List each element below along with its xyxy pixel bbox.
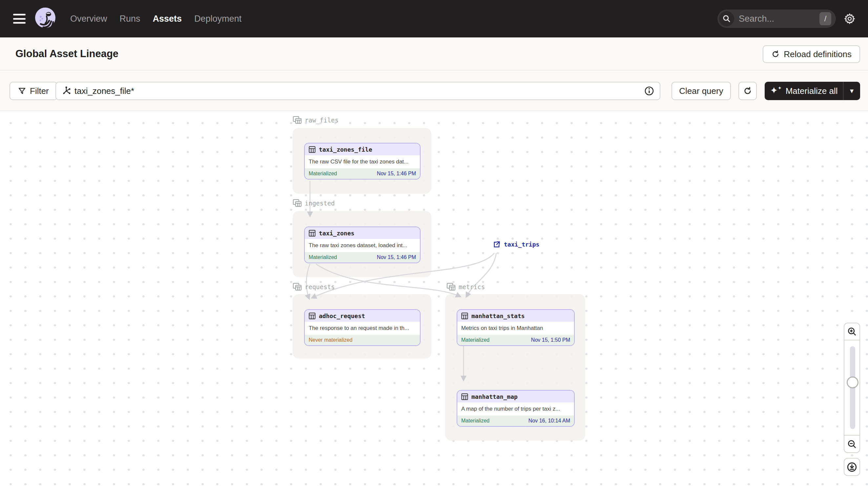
download-center-icon bbox=[847, 462, 857, 472]
status-badge: Materialized bbox=[309, 254, 337, 260]
zoom-in-icon bbox=[847, 327, 857, 337]
materialize-dropdown-button[interactable]: ▾ bbox=[843, 82, 860, 100]
tab-assets[interactable]: Assets bbox=[153, 14, 182, 24]
external-link-icon bbox=[493, 241, 501, 248]
asset-name: manhattan_stats bbox=[472, 312, 525, 319]
asset-node-taxi-zones[interactable]: taxi_zones The raw taxi zones dataset, l… bbox=[304, 226, 421, 263]
asset-node-header: taxi_zones bbox=[305, 227, 420, 239]
group-label-requests[interactable]: requests bbox=[293, 283, 335, 291]
asset-node-header: taxi_zones_file bbox=[305, 143, 420, 155]
refresh-graph-button[interactable] bbox=[739, 82, 757, 100]
table-icon bbox=[461, 312, 468, 319]
zoom-in-button[interactable] bbox=[844, 323, 860, 340]
asset-name: manhattan_map bbox=[472, 393, 518, 400]
recenter-graph-button[interactable] bbox=[844, 458, 860, 476]
group-name: raw_files bbox=[305, 117, 339, 124]
asset-name: adhoc_request bbox=[319, 312, 365, 319]
nav-right: / bbox=[718, 10, 868, 28]
menu-icon[interactable] bbox=[13, 14, 25, 24]
materialization-timestamp: Nov 16, 10:14 AM bbox=[529, 418, 570, 424]
asset-description: The raw CSV file for the taxi zones dat.… bbox=[305, 155, 420, 168]
tab-runs[interactable]: Runs bbox=[120, 14, 140, 24]
dagster-app: Overview Runs Assets Deployment / bbox=[0, 0, 868, 495]
zoom-out-button[interactable] bbox=[844, 435, 860, 453]
asset-description: Metrics on taxi trips in Manhattan bbox=[457, 322, 574, 335]
reload-definitions-label: Reload definitions bbox=[784, 49, 852, 59]
lineage-toolbar: Filter Clear query bbox=[0, 71, 868, 111]
asset-selection-input[interactable] bbox=[74, 86, 644, 96]
asset-status-bar: Materialized Nov 16, 10:14 AM bbox=[457, 415, 574, 426]
page-header: Global Asset Lineage Reload definitions bbox=[0, 37, 868, 71]
search-shortcut-badge: / bbox=[819, 12, 831, 25]
clear-query-button[interactable]: Clear query bbox=[672, 82, 731, 100]
group-table-icon bbox=[293, 283, 301, 291]
zoom-controls bbox=[844, 323, 860, 453]
asset-node-manhattan-stats[interactable]: manhattan_stats Metrics on taxi trips in… bbox=[457, 309, 575, 346]
filter-label: Filter bbox=[30, 86, 49, 96]
materialization-timestamp: Nov 15, 1:50 PM bbox=[531, 337, 570, 343]
reload-definitions-button[interactable]: Reload definitions bbox=[763, 45, 860, 63]
asset-status-bar: Materialized Nov 15, 1:46 PM bbox=[305, 168, 420, 179]
group-table-icon bbox=[447, 283, 455, 291]
group-table-icon bbox=[293, 199, 301, 207]
op-selection-icon bbox=[61, 86, 71, 96]
group-label-ingested[interactable]: ingested bbox=[293, 199, 335, 207]
group-label-raw-files[interactable]: raw_files bbox=[293, 116, 339, 124]
refresh-icon bbox=[771, 50, 780, 58]
asset-node-taxi-zones-file[interactable]: taxi_zones_file The raw CSV file for the… bbox=[304, 143, 421, 180]
asset-description: The response to an request made in th... bbox=[305, 322, 420, 335]
asset-lineage-canvas[interactable]: raw_files ingested requests m bbox=[0, 111, 868, 495]
asset-node-header: manhattan_stats bbox=[457, 310, 574, 322]
group-name: requests bbox=[305, 283, 335, 290]
lineage-edges bbox=[0, 111, 868, 495]
table-icon bbox=[461, 393, 468, 400]
nav-tabs: Overview Runs Assets Deployment bbox=[70, 14, 242, 24]
group-name: metrics bbox=[459, 283, 485, 290]
status-badge: Materialized bbox=[309, 171, 337, 176]
status-badge: Never materialized bbox=[309, 337, 352, 343]
group-name: ingested bbox=[305, 200, 335, 207]
group-label-metrics[interactable]: metrics bbox=[447, 283, 485, 291]
page-title: Global Asset Lineage bbox=[15, 48, 119, 60]
asset-description: The raw taxi zones dataset, loaded int..… bbox=[305, 239, 420, 252]
asset-name: taxi_zones bbox=[319, 230, 354, 237]
zoom-slider bbox=[844, 340, 860, 435]
materialization-timestamp: Nov 15, 1:46 PM bbox=[377, 171, 416, 176]
asset-node-header: adhoc_request bbox=[305, 310, 420, 322]
asset-selection-input-wrap bbox=[55, 82, 660, 100]
top-nav: Overview Runs Assets Deployment / bbox=[0, 0, 868, 37]
chevron-down-icon: ▾ bbox=[850, 87, 854, 95]
tab-overview[interactable]: Overview bbox=[70, 14, 107, 24]
materialize-all-button[interactable]: ✦✦ Materialize all bbox=[765, 86, 843, 96]
external-asset-taxi-trips[interactable]: taxi_trips bbox=[493, 241, 539, 248]
table-icon bbox=[309, 146, 316, 153]
clear-query-label: Clear query bbox=[679, 86, 723, 96]
zoom-out-icon bbox=[847, 439, 857, 449]
materialization-timestamp: Nov 15, 1:46 PM bbox=[377, 254, 416, 260]
tab-deployment[interactable]: Deployment bbox=[194, 14, 242, 24]
asset-status-bar: Materialized Nov 15, 1:50 PM bbox=[457, 335, 574, 345]
search-bar[interactable]: / bbox=[718, 10, 836, 28]
materialize-all-button-group: ✦✦ Materialize all ▾ bbox=[765, 82, 860, 100]
info-icon[interactable] bbox=[644, 86, 654, 96]
table-icon bbox=[309, 312, 316, 319]
edge-taxi-zones-to-manhattan-stats bbox=[316, 264, 460, 296]
status-badge: Materialized bbox=[461, 418, 490, 424]
table-icon bbox=[309, 230, 316, 237]
zoom-slider-handle[interactable] bbox=[847, 376, 858, 388]
filter-button[interactable]: Filter bbox=[10, 82, 57, 100]
edge-taxi-zones-to-adhoc-request bbox=[306, 264, 310, 298]
asset-node-adhoc-request[interactable]: adhoc_request The response to an request… bbox=[304, 309, 421, 346]
asset-name: taxi_zones_file bbox=[319, 146, 372, 153]
asset-description: A map of the number of trips per taxi z.… bbox=[457, 403, 574, 415]
search-icon bbox=[719, 11, 734, 26]
dagster-logo-icon[interactable] bbox=[34, 7, 56, 31]
group-table-icon bbox=[293, 116, 301, 124]
search-input[interactable] bbox=[739, 14, 804, 24]
asset-status-bar: Materialized Nov 15, 1:46 PM bbox=[305, 252, 420, 262]
asset-node-manhattan-map[interactable]: manhattan_map A map of the number of tri… bbox=[457, 390, 575, 427]
materialize-all-label: Materialize all bbox=[786, 86, 838, 96]
asset-node-header: manhattan_map bbox=[457, 391, 574, 403]
sparkle-icon: ✦✦ bbox=[770, 86, 781, 95]
gear-icon[interactable] bbox=[844, 13, 855, 24]
